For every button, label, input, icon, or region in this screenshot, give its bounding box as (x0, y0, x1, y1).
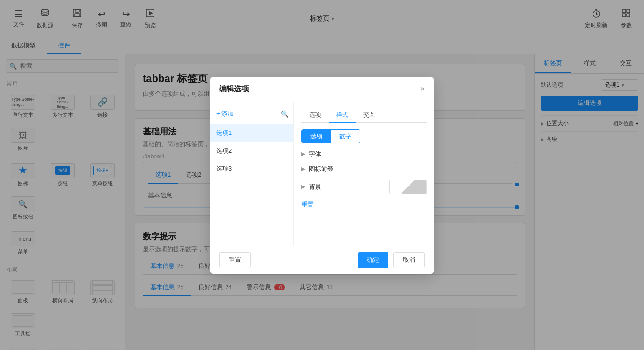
modal-prop-bg: ▶ 背景 (301, 180, 427, 194)
modal-header: 编辑选项 × (210, 77, 434, 102)
modal-search-icon: 🔍 (281, 110, 289, 118)
bg-expand-icon: ▶ (301, 184, 305, 190)
modal-right-panel: 选项 样式 交互 选项 数字 (294, 102, 434, 246)
modal-right-tabs: 选项 样式 交互 (301, 108, 427, 123)
modal-sub-tab-selected[interactable]: 选项 (302, 130, 331, 143)
modal-tab-interact[interactable]: 交互 (356, 108, 383, 123)
modal-footer-left: 重置 (219, 252, 251, 268)
modal-sub-tab-number[interactable]: 数字 (331, 130, 360, 143)
modal-option-2[interactable]: 选项2 (210, 142, 293, 160)
bg-color-picker[interactable] (389, 180, 427, 194)
modal-sub-tabs: 选项 数字 (301, 129, 360, 143)
modal-left-header: + 添加 🔍 (210, 106, 293, 124)
font-label: 字体 (309, 150, 321, 158)
modal-option-1[interactable]: 选项1 (210, 124, 293, 142)
modal-footer-right: 确定 取消 (358, 252, 425, 268)
modal-tab-option[interactable]: 选项 (301, 108, 329, 123)
modal-reset-link[interactable]: 重置 (301, 201, 427, 209)
modal-tab-style[interactable]: 样式 (329, 108, 356, 123)
modal-prop-font: ▶ 字体 (301, 150, 427, 158)
modal-add-button[interactable]: + 添加 (210, 106, 240, 122)
bg-label: 背景 (309, 183, 321, 191)
icon-prefix-expand-icon: ▶ (301, 166, 305, 172)
modal-confirm-button[interactable]: 确定 (358, 252, 388, 268)
modal-search-button[interactable]: 🔍 (276, 106, 293, 121)
edit-options-modal: 编辑选项 × + 添加 🔍 选项1 选项2 (210, 77, 434, 274)
modal-prop-icon-prefix: ▶ 图标前缀 (301, 165, 427, 173)
modal-overlay: 编辑选项 × + 添加 🔍 选项1 选项2 (0, 0, 644, 350)
modal-footer: 重置 确定 取消 (210, 246, 434, 274)
modal-option-3[interactable]: 选项3 (210, 160, 293, 178)
font-expand-icon: ▶ (301, 151, 305, 157)
modal-title: 编辑选项 (219, 84, 249, 94)
icon-prefix-label: 图标前缀 (309, 165, 333, 173)
modal-left-panel: + 添加 🔍 选项1 选项2 选项3 (210, 102, 294, 246)
modal-reset-button[interactable]: 重置 (219, 252, 251, 268)
modal-body: + 添加 🔍 选项1 选项2 选项3 (210, 102, 434, 246)
modal-cancel-button[interactable]: 取消 (393, 252, 425, 268)
modal-close-button[interactable]: × (420, 84, 425, 94)
